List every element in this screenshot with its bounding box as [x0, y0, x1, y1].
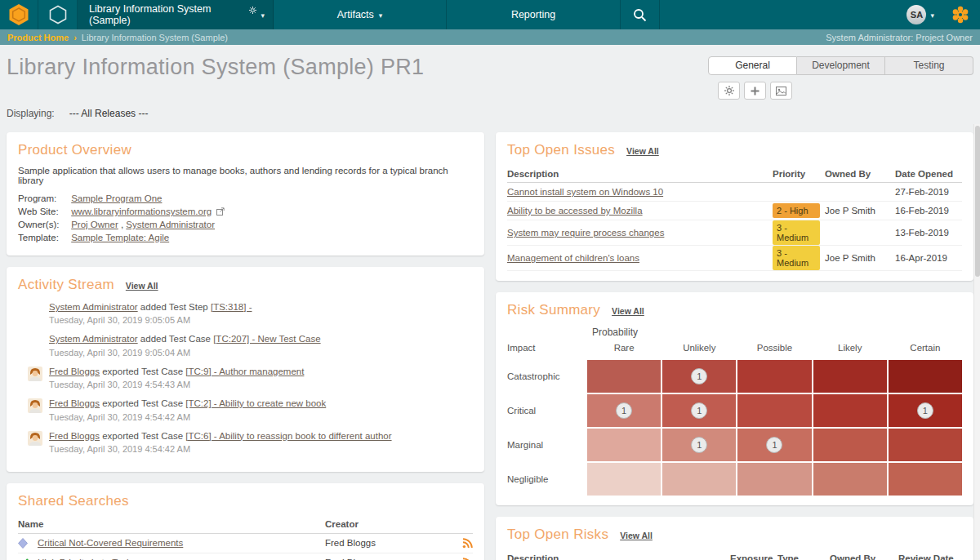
issue-link[interactable]: System may require process changes: [507, 228, 773, 238]
activity-user-link[interactable]: System Administrator: [49, 334, 138, 344]
rss-feed-icon[interactable]: [455, 538, 473, 549]
top-open-issues-card: Top Open Issues View All Description Pri…: [496, 132, 973, 281]
activity-artifact-link[interactable]: [TC:9] - Author management: [185, 367, 304, 376]
risk-view-all-link[interactable]: View All: [612, 306, 644, 316]
release-filter-dropdown[interactable]: --- All Releases ---: [69, 108, 149, 119]
top-open-risks-card: Top Open Risks View All Description Expo…: [496, 517, 973, 560]
breadcrumb-chevron-icon: ›: [74, 33, 77, 42]
profile-menu[interactable]: SA ▾: [900, 0, 941, 29]
risk-count-badge[interactable]: 1: [691, 437, 707, 453]
layout-settings-button[interactable]: [718, 82, 740, 100]
shared-search-link[interactable]: Critical Not-Covered Requirements: [38, 538, 325, 548]
program-link[interactable]: Sample Program One: [71, 193, 162, 203]
risk-matrix-cell: [737, 394, 811, 427]
workspace-switcher[interactable]: [38, 0, 78, 29]
risk-count-badge[interactable]: 1: [766, 437, 782, 453]
shared-search-row: Critical Not-Covered Requirements Fred B…: [18, 534, 473, 553]
product-overview-card: Product Overview Sample application that…: [7, 132, 484, 256]
activity-item: System Administrator added Test Case [TC…: [28, 333, 473, 357]
top-open-risks-heading: Top Open Risks: [507, 527, 608, 543]
image-icon: [776, 87, 786, 96]
user-avatar: [28, 430, 49, 454]
scrollbar-thumb[interactable]: [975, 126, 980, 277]
tab-testing[interactable]: Testing: [885, 56, 973, 75]
impact-axis-label: Impact: [507, 340, 586, 358]
owner-link-2[interactable]: System Administrator: [126, 220, 215, 229]
probability-column-header: Likely: [813, 340, 887, 358]
user-avatar: [28, 366, 49, 389]
external-link-icon[interactable]: [216, 207, 225, 217]
product-settings-gear-icon: [249, 5, 256, 16]
user-avatar: [28, 398, 49, 421]
activity-user-link[interactable]: System Administrator: [49, 302, 138, 312]
content-scrollbar[interactable]: [973, 124, 980, 560]
creator-column-header: Creator: [325, 519, 455, 529]
activity-artifact-link[interactable]: [TS:318] -: [211, 302, 252, 312]
global-search-button[interactable]: [621, 0, 660, 29]
user-role-label: System Administrator: Project Owner: [826, 33, 973, 42]
reporting-menu[interactable]: Reporting: [447, 0, 621, 29]
activity-timestamp: Tuesday, April 30, 2019 4:54:43 AM: [49, 380, 304, 389]
website-link[interactable]: www.libraryinformationsystem.org: [71, 207, 212, 216]
system-admin-menu[interactable]: [941, 0, 980, 29]
risk-matrix-grid: ImpactRareUnlikelyPossibleLikelyCertainC…: [507, 340, 962, 496]
app-logo[interactable]: [0, 0, 38, 29]
top-open-issues-heading: Top Open Issues: [507, 142, 615, 158]
gear-icon: [724, 86, 734, 96]
issue-owner: Joe P Smith: [825, 253, 895, 263]
issue-link[interactable]: Ability to be accessed by Mozilla: [507, 206, 773, 216]
breadcrumb-home-link[interactable]: Product Home: [7, 33, 69, 42]
activity-view-all-link[interactable]: View All: [126, 281, 158, 291]
shared-searches-card: Shared Searches Name Creator Critical No…: [7, 483, 484, 560]
displaying-label: Displaying:: [7, 108, 55, 119]
tab-development[interactable]: Development: [797, 56, 885, 75]
risk-count-badge[interactable]: 1: [691, 368, 707, 384]
activity-artifact-link[interactable]: [TC:207] - New Test Case: [213, 334, 320, 344]
description-column-header: Description: [507, 169, 773, 179]
risk-count-badge[interactable]: 1: [917, 402, 933, 419]
activity-item: Fred Bloggs exported Test Case [TC:2] - …: [28, 398, 473, 421]
impact-row-header: Catastrophic: [507, 360, 586, 393]
activity-artifact-link[interactable]: [TC:2] - Ability to create new book: [185, 398, 326, 408]
activity-user-link[interactable]: Fred Bloggs: [49, 398, 100, 408]
owner-separator: ,: [121, 220, 123, 229]
activity-stream-heading: Activity Stream: [18, 277, 114, 293]
product-menu-label: Library Information System (Sample): [89, 3, 245, 26]
hexagon-logo-icon: [8, 3, 29, 26]
breadcrumb: Product Home › Library Information Syste…: [0, 29, 980, 45]
caret-down-icon: ▾: [379, 11, 383, 20]
shared-search-row: High Priority Late Tasks Fred Bloggs: [18, 553, 473, 560]
activity-timestamp: Tuesday, April 30, 2019 4:54:42 AM: [49, 412, 326, 422]
issue-link[interactable]: Cannot install system on Windows 10: [507, 187, 773, 197]
activity-action-text: exported Test Case: [100, 367, 185, 376]
shared-search-creator: Fred Bloggs: [325, 538, 455, 548]
owner-link-1[interactable]: Proj Owner: [71, 220, 118, 229]
risk-matrix-cell: [813, 463, 887, 496]
name-column-header: Name: [18, 519, 325, 529]
issue-date: 27-Feb-2019: [895, 187, 962, 197]
risk-count-badge[interactable]: 1: [616, 402, 632, 419]
risk-matrix-cell: [813, 360, 887, 393]
avatar: SA: [906, 5, 926, 24]
product-description: Sample application that allows users to …: [18, 166, 473, 185]
risks-view-all-link[interactable]: View All: [620, 531, 653, 540]
activity-user-link[interactable]: Fred Bloggs: [49, 367, 100, 376]
artifacts-menu-label: Artifacts: [337, 9, 374, 20]
product-menu[interactable]: Library Information System (Sample) ▾: [78, 0, 274, 29]
add-widget-button[interactable]: [744, 82, 766, 100]
activity-user-link[interactable]: Fred Bloggs: [49, 431, 100, 441]
issue-link[interactable]: Management of children's loans: [507, 253, 773, 263]
risk-matrix-cell: 1: [889, 394, 962, 427]
artifacts-menu[interactable]: Artifacts ▾: [274, 0, 447, 29]
issues-view-all-link[interactable]: View All: [626, 146, 659, 156]
tab-general[interactable]: General: [708, 56, 797, 75]
template-link[interactable]: Sample Template: Agile: [71, 233, 169, 242]
probability-column-header: Possible: [737, 340, 811, 358]
risk-count-badge[interactable]: 1: [691, 402, 707, 419]
breadcrumb-current: Library Information System (Sample): [82, 33, 228, 42]
activity-action-text: added Test Case: [138, 334, 214, 344]
nav-spacer: [660, 0, 900, 29]
screenshot-button[interactable]: [770, 82, 792, 100]
left-column: Product Overview Sample application that…: [7, 132, 484, 560]
activity-artifact-link[interactable]: [TC:6] - Ability to reassign book to dif…: [185, 431, 391, 441]
